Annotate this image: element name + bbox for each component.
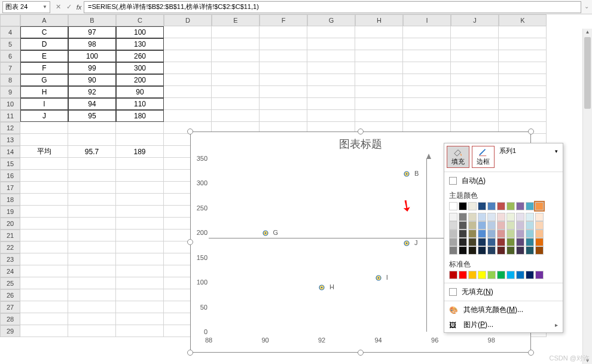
- row-header[interactable]: 11: [0, 110, 20, 122]
- cell[interactable]: [68, 194, 116, 206]
- color-swatch[interactable]: [535, 213, 544, 221]
- cell[interactable]: [355, 50, 403, 62]
- cell[interactable]: [20, 313, 68, 325]
- color-swatch[interactable]: [478, 221, 486, 230]
- cell[interactable]: [451, 26, 499, 38]
- cell[interactable]: 97: [68, 26, 116, 38]
- color-swatch[interactable]: [468, 271, 477, 279]
- cell[interactable]: [20, 301, 68, 313]
- cell[interactable]: [307, 74, 355, 86]
- cell[interactable]: [164, 26, 212, 38]
- column-header[interactable]: A: [20, 14, 68, 26]
- cell[interactable]: [20, 206, 68, 218]
- column-header[interactable]: C: [116, 14, 164, 26]
- row-header[interactable]: 8: [0, 74, 20, 86]
- cell[interactable]: [116, 277, 164, 289]
- cell[interactable]: [68, 253, 116, 265]
- cell[interactable]: E: [20, 50, 68, 62]
- color-swatch[interactable]: [526, 213, 534, 221]
- color-swatch[interactable]: [497, 271, 505, 279]
- row-header[interactable]: 5: [0, 38, 20, 50]
- cell[interactable]: [307, 86, 355, 98]
- cell[interactable]: [116, 230, 164, 241]
- cell[interactable]: 平均: [20, 146, 68, 158]
- color-swatch[interactable]: [459, 271, 467, 279]
- cell[interactable]: [20, 230, 68, 241]
- color-swatch[interactable]: [478, 230, 486, 238]
- row-header[interactable]: 9: [0, 86, 20, 98]
- cell[interactable]: [20, 289, 68, 301]
- cell[interactable]: [307, 98, 355, 110]
- cell[interactable]: [116, 289, 164, 301]
- cell[interactable]: [20, 218, 68, 230]
- scroll-up-icon[interactable]: ▲: [583, 29, 592, 35]
- cell[interactable]: [451, 86, 499, 98]
- cell[interactable]: [164, 50, 212, 62]
- cell[interactable]: [68, 325, 116, 337]
- color-swatch[interactable]: [468, 230, 477, 238]
- cell[interactable]: 189: [116, 146, 164, 158]
- cell[interactable]: [212, 26, 260, 38]
- color-swatch[interactable]: [449, 246, 457, 255]
- cell[interactable]: [212, 50, 260, 62]
- row-header[interactable]: 13: [0, 134, 20, 146]
- cell[interactable]: [116, 325, 164, 337]
- cell[interactable]: [20, 122, 68, 134]
- cell[interactable]: 200: [116, 74, 164, 86]
- cell[interactable]: [68, 206, 116, 218]
- resize-handle[interactable]: [528, 350, 534, 356]
- cell[interactable]: [20, 182, 68, 194]
- cell[interactable]: [116, 313, 164, 325]
- cell[interactable]: [116, 301, 164, 313]
- column-header[interactable]: D: [164, 14, 212, 26]
- cell[interactable]: [116, 158, 164, 170]
- cell[interactable]: C: [20, 26, 68, 38]
- cell[interactable]: [260, 110, 307, 122]
- cell[interactable]: [307, 26, 355, 38]
- cell[interactable]: [164, 98, 212, 110]
- cell[interactable]: [68, 122, 116, 134]
- color-swatch[interactable]: [487, 238, 496, 246]
- color-swatch[interactable]: [449, 271, 457, 279]
- color-swatch[interactable]: [468, 202, 477, 210]
- column-header[interactable]: I: [403, 14, 451, 26]
- cell[interactable]: [260, 86, 307, 98]
- cell[interactable]: [116, 182, 164, 194]
- color-swatch[interactable]: [468, 238, 477, 246]
- chevron-down-icon[interactable]: ▼: [42, 4, 47, 10]
- cell[interactable]: [116, 241, 164, 253]
- cell[interactable]: G: [20, 74, 68, 86]
- color-swatch[interactable]: [497, 230, 505, 238]
- cell[interactable]: [212, 98, 260, 110]
- cell[interactable]: [68, 134, 116, 146]
- cell[interactable]: [116, 206, 164, 218]
- cell[interactable]: D: [20, 38, 68, 50]
- color-swatch[interactable]: [478, 271, 486, 279]
- cell[interactable]: 92: [68, 86, 116, 98]
- color-swatch[interactable]: [478, 213, 486, 221]
- cell[interactable]: [403, 86, 451, 98]
- cell[interactable]: 130: [116, 38, 164, 50]
- cell[interactable]: [116, 170, 164, 182]
- color-swatch[interactable]: [449, 213, 457, 221]
- color-swatch[interactable]: [459, 202, 467, 210]
- cell[interactable]: [260, 98, 307, 110]
- color-swatch[interactable]: [526, 238, 534, 246]
- color-swatch[interactable]: [487, 213, 496, 221]
- more-colors-item[interactable]: 🎨 其他填充颜色(M)...: [444, 302, 563, 317]
- cell[interactable]: [403, 74, 451, 86]
- color-swatch[interactable]: [506, 238, 515, 246]
- color-swatch[interactable]: [468, 213, 477, 221]
- cell[interactable]: [451, 62, 499, 74]
- row-header[interactable]: 7: [0, 62, 20, 74]
- cell[interactable]: 94: [68, 98, 116, 110]
- cell[interactable]: 90: [116, 86, 164, 98]
- cell[interactable]: [20, 253, 68, 265]
- cell[interactable]: [499, 62, 547, 74]
- cell[interactable]: [68, 170, 116, 182]
- cell[interactable]: [68, 277, 116, 289]
- color-swatch[interactable]: [516, 271, 524, 279]
- cell[interactable]: [68, 230, 116, 241]
- cell[interactable]: [212, 74, 260, 86]
- cell[interactable]: [164, 38, 212, 50]
